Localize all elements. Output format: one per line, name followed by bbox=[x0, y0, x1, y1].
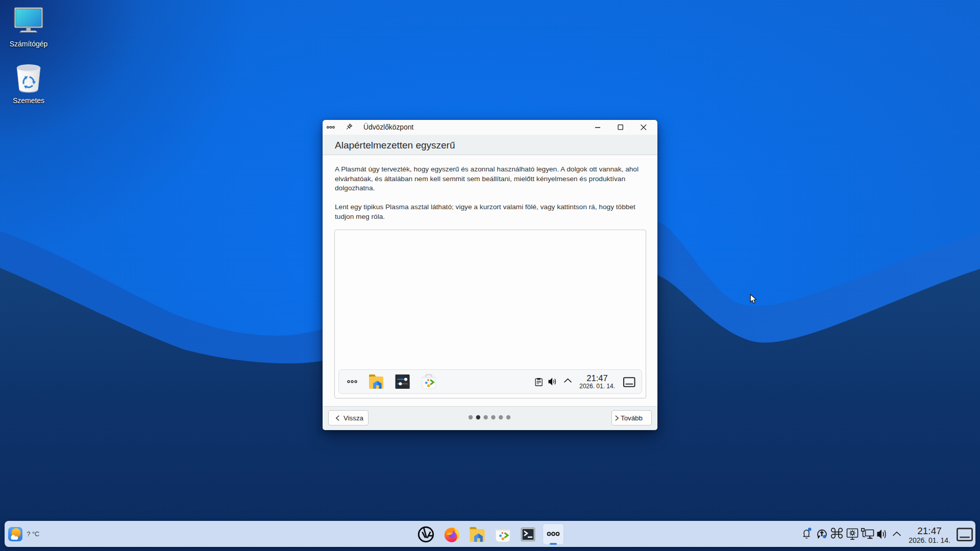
svg-text:21:47: 21:47 bbox=[917, 525, 942, 536]
svg-text:21:47: 21:47 bbox=[586, 373, 607, 383]
svg-text:? °C: ? °C bbox=[27, 531, 39, 538]
svg-text:2026. 01. 14.: 2026. 01. 14. bbox=[579, 383, 615, 390]
svg-text:2026. 01. 14.: 2026. 01. 14. bbox=[909, 536, 950, 544]
